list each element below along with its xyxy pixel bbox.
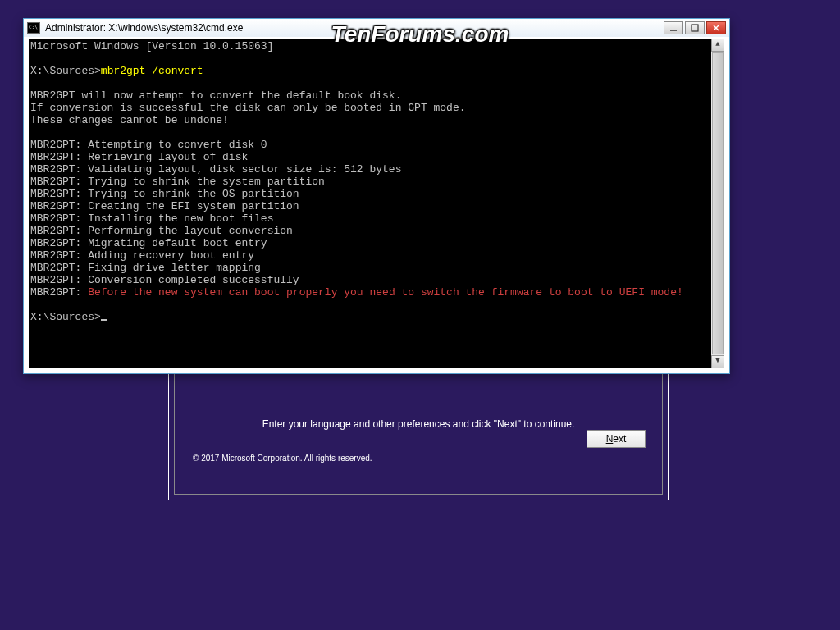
out-12: MBR2GPT: Migrating default boot entry bbox=[30, 237, 267, 249]
window-title: Administrator: X:\windows\system32\cmd.e… bbox=[45, 22, 664, 34]
scroll-thumb[interactable] bbox=[712, 52, 724, 354]
warn-prefix: MBR2GPT: bbox=[30, 286, 88, 299]
out-9: MBR2GPT: Creating the EFI system partiti… bbox=[30, 200, 299, 212]
scroll-down-button[interactable]: ▼ bbox=[711, 355, 724, 368]
titlebar[interactable]: Administrator: X:\windows\system32\cmd.e… bbox=[24, 19, 729, 37]
prompt1-command: mbr2gpt /convert bbox=[101, 65, 203, 77]
svg-rect-1 bbox=[692, 25, 698, 31]
out-2: These changes cannot be undone! bbox=[30, 114, 229, 126]
out-7: MBR2GPT: Trying to shrink the system par… bbox=[30, 176, 325, 188]
setup-prompt-text: Enter your language and other preference… bbox=[175, 418, 662, 430]
version-line: Microsoft Windows [Version 10.0.15063] bbox=[30, 40, 273, 52]
maximize-button[interactable] bbox=[685, 21, 705, 34]
warn-text: Before the new system can boot properly … bbox=[88, 286, 683, 299]
cmd-window: Administrator: X:\windows\system32\cmd.e… bbox=[23, 18, 730, 374]
out-6: MBR2GPT: Validating layout, disk sector … bbox=[30, 163, 401, 176]
cursor bbox=[101, 319, 107, 321]
out-5: MBR2GPT: Retrieving layout of disk bbox=[30, 151, 248, 163]
minimize-button[interactable] bbox=[664, 21, 683, 34]
out-10: MBR2GPT: Installing the new boot files bbox=[30, 212, 273, 225]
copyright-text: © 2017 Microsoft Corporation. All rights… bbox=[193, 454, 372, 463]
prompt2-path: X:\Sources> bbox=[30, 311, 101, 323]
close-button[interactable] bbox=[706, 21, 726, 34]
out-1: If conversion is successful the disk can… bbox=[30, 102, 466, 114]
next-button[interactable]: Next bbox=[587, 430, 646, 448]
out-11: MBR2GPT: Performing the layout conversio… bbox=[30, 225, 293, 237]
console-area[interactable]: Microsoft Windows [Version 10.0.15063] X… bbox=[29, 39, 724, 368]
out-0: MBR2GPT will now attempt to convert the … bbox=[30, 89, 401, 102]
cmd-icon bbox=[27, 22, 40, 34]
out-4: MBR2GPT: Attempting to convert disk 0 bbox=[30, 139, 267, 151]
out-14: MBR2GPT: Fixing drive letter mapping bbox=[30, 262, 261, 274]
out-15: MBR2GPT: Conversion completed successful… bbox=[30, 274, 299, 286]
console-output: Microsoft Windows [Version 10.0.15063] X… bbox=[30, 40, 710, 323]
scrollbar[interactable]: ▲ ▼ bbox=[711, 39, 724, 368]
window-buttons bbox=[664, 21, 726, 34]
out-8: MBR2GPT: Trying to shrink the OS partiti… bbox=[30, 188, 299, 200]
prompt1-path: X:\Sources> bbox=[30, 65, 101, 77]
scroll-up-button[interactable]: ▲ bbox=[711, 39, 724, 52]
out-13: MBR2GPT: Adding recovery boot entry bbox=[30, 249, 254, 262]
